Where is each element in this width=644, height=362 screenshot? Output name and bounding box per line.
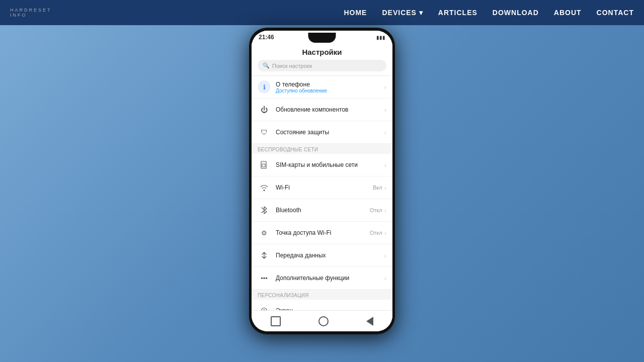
site-logo: HARDRESET INFO [10, 8, 52, 18]
about-label: О телефоне [276, 81, 384, 88]
nav-back-button[interactable] [366, 317, 373, 326]
settings-app: Настройки 🔍 Поиск настроек ℹ О телефоне … [252, 44, 392, 331]
nav-home-button[interactable] [318, 316, 329, 326]
wifi-status: Вкл [373, 185, 382, 191]
nav-about[interactable]: ABOUT [554, 9, 582, 17]
settings-item-wifi[interactable]: Wi-Fi Вкл › [252, 176, 392, 199]
update-chevron: › [384, 106, 386, 114]
svg-rect-1 [262, 164, 265, 167]
sim-chevron: › [384, 161, 386, 169]
security-label: Состояние защиты [276, 129, 384, 136]
nav-devices[interactable]: DEVICES ▾ [382, 9, 423, 17]
extra-label: Дополнительные функции [276, 275, 384, 282]
settings-item-update[interactable]: ⏻ Обновление компонентов › [252, 99, 392, 121]
data-icon [258, 249, 271, 262]
site-header: HARDRESET INFO HOME DEVICES ▾ ARTICLES D… [0, 0, 644, 25]
site-nav: HOME DEVICES ▾ ARTICLES DOWNLOAD ABOUT C… [344, 9, 634, 17]
section-personal: ПЕРСОНАЛИЗАЦИЯ [252, 290, 392, 300]
nav-contact[interactable]: CONTACT [597, 9, 634, 17]
security-icon: 🛡 [258, 126, 271, 139]
nav-download[interactable]: DOWNLOAD [493, 9, 539, 17]
settings-list: ℹ О телефоне Доступно обновление › ⏻ Обн… [252, 76, 392, 310]
about-icon: ℹ [258, 80, 271, 94]
extra-chevron: › [384, 275, 386, 282]
bluetooth-chevron: › [384, 207, 386, 214]
sim-icon [258, 158, 271, 171]
hotspot-chevron: › [384, 229, 386, 237]
update-icon: ⏻ [258, 103, 271, 116]
security-chevron: › [384, 129, 386, 136]
wifi-label: Wi-Fi [276, 184, 373, 191]
battery-icon: ▮▮▮ [376, 35, 385, 40]
about-content: О телефоне Доступно обновление [276, 81, 384, 94]
update-label: Обновление компонентов [276, 106, 384, 113]
phone-bottom-nav [252, 310, 392, 331]
search-placeholder: Поиск настроек [272, 63, 312, 69]
nav-articles[interactable]: ARTICLES [438, 9, 477, 17]
wifi-chevron: › [384, 184, 386, 192]
settings-item-bluetooth[interactable]: Bluetooth Откл › [252, 199, 392, 222]
data-chevron: › [384, 252, 386, 259]
settings-title: Настройки [258, 48, 386, 56]
data-label: Передача данных [276, 252, 384, 259]
about-sub: Доступно обновление [276, 88, 384, 94]
hotspot-status: Откл [370, 230, 382, 236]
hotspot-icon: ⚙ [258, 226, 271, 239]
extra-icon: ••• [258, 272, 271, 285]
phone-notch [308, 33, 336, 43]
wifi-icon [258, 181, 271, 194]
phone-screen: 21:46 ▮▮▮ Настройки 🔍 Поиск настроек ℹ [252, 31, 392, 331]
status-icons: ▮▮▮ [376, 35, 385, 40]
search-icon: 🔍 [263, 62, 270, 69]
settings-item-about[interactable]: ℹ О телефоне Доступно обновление › [252, 76, 392, 99]
bluetooth-label: Bluetooth [276, 207, 370, 214]
nav-recent-button[interactable] [271, 316, 281, 326]
settings-item-screen[interactable]: Экран › [252, 300, 392, 310]
nav-home[interactable]: HOME [344, 9, 367, 17]
bluetooth-icon [258, 204, 271, 217]
settings-item-security[interactable]: 🛡 Состояние защиты › [252, 121, 392, 144]
about-chevron: › [384, 83, 386, 91]
section-wireless: БЕСПРОВОДНЫЕ СЕТИ [252, 144, 392, 154]
phone-frame: 21:46 ▮▮▮ Настройки 🔍 Поиск настроек ℹ [249, 28, 395, 334]
logo-sub: INFO [10, 13, 52, 18]
settings-item-extra[interactable]: ••• Дополнительные функции › [252, 267, 392, 290]
settings-item-sim[interactable]: SIM-карты и мобильные сети › [252, 154, 392, 176]
search-bar[interactable]: 🔍 Поиск настроек [258, 60, 386, 71]
settings-item-hotspot[interactable]: ⚙ Точка доступа Wi-Fi Откл › [252, 222, 392, 244]
hotspot-label: Точка доступа Wi-Fi [276, 229, 370, 236]
status-time: 21:46 [259, 34, 274, 41]
sim-label: SIM-карты и мобильные сети [276, 161, 384, 168]
settings-header: Настройки 🔍 Поиск настроек [252, 44, 392, 76]
settings-item-data[interactable]: Передача данных › [252, 244, 392, 267]
bluetooth-status: Откл [370, 207, 382, 213]
screen-icon [258, 304, 271, 310]
logo-text: HARDRESET [10, 8, 52, 13]
